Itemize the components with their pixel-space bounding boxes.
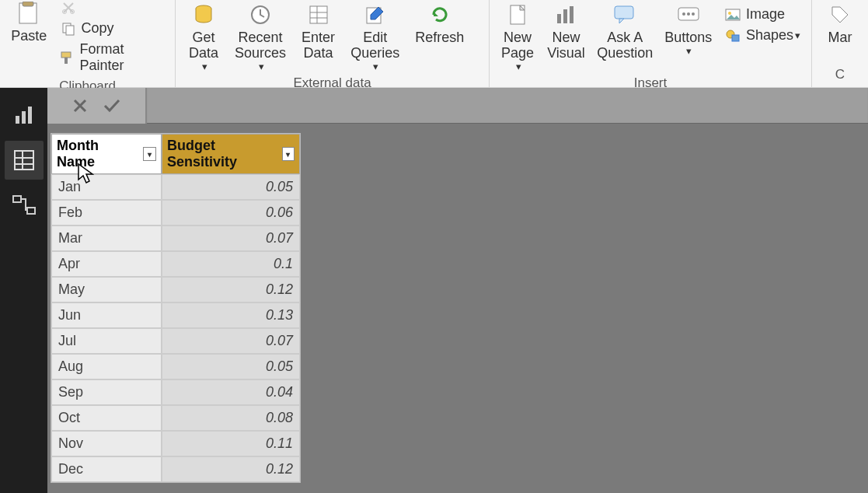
table-row[interactable]: Mar0.07 bbox=[51, 226, 300, 251]
button-icon bbox=[677, 2, 700, 28]
table-row[interactable]: Sep0.04 bbox=[51, 379, 300, 405]
speech-icon bbox=[613, 2, 636, 28]
table-row[interactable]: May0.12 bbox=[51, 277, 300, 302]
edit-queries-label: Edit Queries bbox=[350, 30, 399, 61]
cell-month[interactable]: Sep bbox=[51, 379, 162, 405]
model-view-icon bbox=[12, 194, 37, 217]
svg-point-22 bbox=[687, 12, 690, 16]
copy-button[interactable]: Copy bbox=[54, 19, 171, 38]
table-row[interactable]: Jan0.05 bbox=[51, 174, 300, 200]
cell-sensitivity[interactable]: 0.05 bbox=[162, 354, 300, 379]
paste-icon bbox=[16, 0, 41, 26]
svg-rect-19 bbox=[615, 6, 633, 19]
image-icon bbox=[724, 7, 741, 23]
cell-month[interactable]: Nov bbox=[51, 431, 162, 456]
cell-month[interactable]: Jan bbox=[51, 174, 162, 200]
cell-month[interactable]: May bbox=[51, 277, 162, 302]
commit-formula-button[interactable] bbox=[103, 97, 121, 114]
refresh-button[interactable]: Refresh bbox=[407, 0, 472, 45]
get-data-button[interactable]: Get Data▾ bbox=[180, 0, 227, 72]
shapes-button[interactable]: Shapes ▾ bbox=[718, 26, 807, 45]
paste-button[interactable]: Paste bbox=[5, 0, 54, 44]
formula-toolbar bbox=[47, 88, 147, 124]
grid-body: Jan0.05Feb0.06Mar0.07Apr0.1May0.12Jun0.1… bbox=[51, 174, 300, 482]
ribbon-group-clipboard: Paste Copy Format Painter Clipboard bbox=[0, 0, 176, 87]
chevron-down-icon: ▾ bbox=[148, 150, 152, 159]
new-page-button[interactable]: New Page▾ bbox=[494, 0, 541, 72]
cancel-formula-button[interactable] bbox=[71, 97, 89, 114]
cell-sensitivity[interactable]: 0.07 bbox=[162, 226, 300, 251]
ribbon-group-insert: New Page▾ New Visual Ask A Question Butt… bbox=[490, 0, 812, 87]
table-row[interactable]: Jul0.07 bbox=[51, 328, 300, 354]
table-row[interactable]: Feb0.06 bbox=[51, 200, 300, 226]
cut-icon bbox=[60, 0, 77, 16]
paste-label: Paste bbox=[11, 28, 47, 44]
cell-month[interactable]: Dec bbox=[51, 456, 162, 482]
cell-sensitivity[interactable]: 0.11 bbox=[162, 431, 300, 456]
new-page-label: New Page bbox=[501, 30, 534, 61]
svg-rect-35 bbox=[13, 196, 21, 202]
cell-month[interactable]: Aug bbox=[51, 354, 162, 379]
formula-bar bbox=[47, 88, 868, 124]
cell-sensitivity[interactable]: 0.07 bbox=[162, 328, 300, 354]
new-visual-label: New Visual bbox=[547, 30, 585, 61]
svg-rect-30 bbox=[28, 107, 32, 124]
close-icon bbox=[71, 97, 89, 114]
image-button[interactable]: Image bbox=[718, 5, 807, 24]
ribbon-group-external-data: Get Data▾ Recent Sources▾ Enter Data Edi… bbox=[176, 0, 490, 87]
formula-input[interactable] bbox=[148, 89, 867, 123]
recent-icon bbox=[249, 2, 271, 28]
cell-sensitivity[interactable]: 0.12 bbox=[162, 277, 300, 302]
cell-sensitivity[interactable]: 0.13 bbox=[162, 302, 300, 328]
chevron-down-icon: ▾ bbox=[516, 61, 521, 72]
canvas: Month Name ▾ Budget Sensitivity ▾ Jan0.0… bbox=[47, 88, 868, 493]
table-row[interactable]: Apr0.1 bbox=[51, 251, 300, 277]
cell-sensitivity[interactable]: 0.04 bbox=[162, 379, 300, 405]
recent-sources-button[interactable]: Recent Sources▾ bbox=[227, 0, 294, 72]
svg-point-21 bbox=[682, 12, 685, 16]
svg-rect-16 bbox=[557, 14, 561, 23]
cell-sensitivity[interactable]: 0.1 bbox=[162, 251, 300, 277]
cell-month[interactable]: Feb bbox=[51, 200, 162, 226]
cell-sensitivity[interactable]: 0.12 bbox=[162, 456, 300, 482]
column-header-month[interactable]: Month Name ▾ bbox=[51, 134, 162, 174]
svg-point-23 bbox=[692, 12, 695, 16]
ask-question-button[interactable]: Ask A Question bbox=[591, 0, 659, 61]
table-row[interactable]: Jun0.13 bbox=[51, 302, 300, 328]
svg-rect-31 bbox=[15, 151, 33, 170]
model-view-button[interactable] bbox=[5, 186, 44, 225]
enter-data-label: Enter Data bbox=[302, 30, 335, 61]
enter-data-button[interactable]: Enter Data bbox=[294, 0, 343, 61]
column-header-sensitivity[interactable]: Budget Sensitivity ▾ bbox=[162, 134, 300, 174]
data-view-button[interactable] bbox=[5, 141, 44, 180]
recent-sources-label: Recent Sources bbox=[235, 30, 286, 61]
new-visual-button[interactable]: New Visual bbox=[541, 0, 591, 61]
partial-label: Mar bbox=[828, 30, 852, 45]
cut-button[interactable] bbox=[54, 0, 171, 17]
cell-sensitivity[interactable]: 0.08 bbox=[162, 405, 300, 431]
report-view-button[interactable] bbox=[5, 96, 44, 135]
column-filter-sensitivity[interactable]: ▾ bbox=[282, 147, 295, 161]
svg-rect-36 bbox=[27, 208, 35, 214]
table-row[interactable]: Dec0.12 bbox=[51, 456, 300, 482]
cell-month[interactable]: Apr bbox=[51, 251, 162, 277]
table-row[interactable]: Aug0.05 bbox=[51, 354, 300, 379]
format-painter-button[interactable]: Format Painter bbox=[54, 40, 171, 75]
chart-icon bbox=[555, 2, 577, 28]
table-row[interactable]: Oct0.08 bbox=[51, 405, 300, 431]
cell-month[interactable]: Jun bbox=[51, 302, 162, 328]
copy-icon bbox=[60, 21, 77, 37]
format-painter-icon bbox=[60, 50, 75, 65]
cell-month[interactable]: Jul bbox=[51, 328, 162, 354]
cell-sensitivity[interactable]: 0.06 bbox=[162, 200, 300, 226]
edit-queries-button[interactable]: Edit Queries▾ bbox=[343, 0, 407, 72]
buttons-button[interactable]: Buttons▾ bbox=[659, 0, 718, 57]
cell-month[interactable]: Oct bbox=[51, 405, 162, 431]
table-row[interactable]: Nov0.11 bbox=[51, 431, 300, 456]
svg-rect-28 bbox=[16, 116, 19, 124]
cell-sensitivity[interactable]: 0.05 bbox=[162, 174, 300, 200]
column-filter-month[interactable]: ▾ bbox=[143, 147, 156, 161]
partial-button[interactable]: Mar bbox=[817, 0, 863, 45]
cell-month[interactable]: Mar bbox=[51, 226, 162, 251]
refresh-label: Refresh bbox=[415, 30, 464, 45]
